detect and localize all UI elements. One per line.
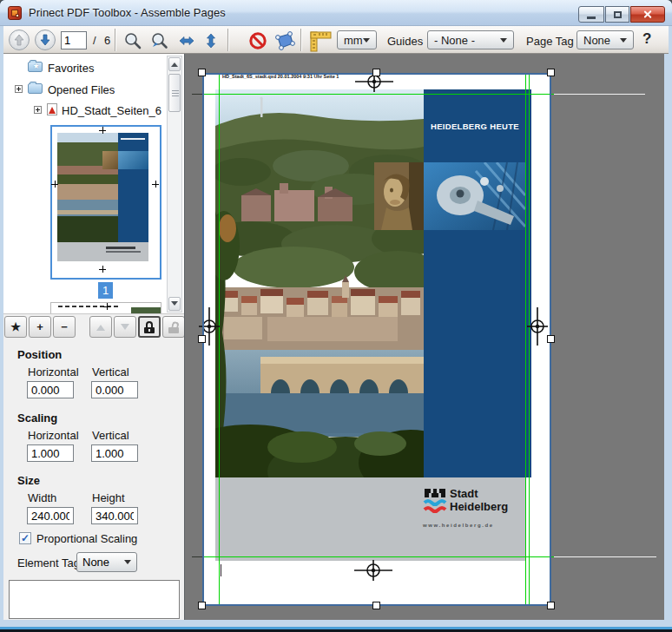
next-page-button[interactable] <box>35 30 56 50</box>
close-icon <box>643 10 653 19</box>
size-height-input[interactable] <box>91 507 138 524</box>
window-title: Prinect PDF Toolbox - Assemble Pages <box>29 6 226 19</box>
scroll-down-button[interactable] <box>168 297 181 311</box>
arrow-down-icon <box>40 34 50 46</box>
lock-open-icon <box>168 321 179 333</box>
page-tag-value: None <box>583 34 610 47</box>
selection-handle-top-right[interactable] <box>547 69 555 76</box>
page-tag-dropdown[interactable]: None <box>576 30 634 49</box>
toolbar-separator <box>227 29 228 51</box>
expand-icon[interactable] <box>34 106 42 114</box>
selection-handle-bottom-right[interactable] <box>547 602 555 609</box>
selection-rectangle[interactable] <box>202 73 551 606</box>
tree-item-opened-files[interactable]: Opened Files <box>48 83 115 96</box>
unlock-button[interactable] <box>162 316 185 338</box>
size-section-label: Size <box>17 474 40 487</box>
page-tag-label: Page Tag <box>526 35 574 48</box>
element-tag-dropdown[interactable]: None <box>76 552 137 572</box>
registration-mark-icon <box>99 127 106 134</box>
maximize-button[interactable] <box>605 6 629 23</box>
favorites-folder-icon: ★ <box>28 62 43 72</box>
scroll-up-button[interactable] <box>168 57 181 71</box>
close-button[interactable] <box>630 6 665 23</box>
zoom-selection-button[interactable] <box>148 30 170 52</box>
toolbar-separator <box>300 29 301 51</box>
proportional-scaling-checkbox[interactable]: ✓ <box>19 532 31 544</box>
expand-icon[interactable] <box>15 85 23 93</box>
magnifier-icon <box>123 31 142 50</box>
unit-dropdown[interactable]: mm <box>337 30 377 49</box>
maximize-icon <box>614 11 622 18</box>
thumbnail-photo <box>57 133 118 242</box>
scaling-vertical-input[interactable] <box>91 444 138 462</box>
unit-value: mm <box>344 34 363 47</box>
zoom-in-button[interactable] <box>122 30 144 52</box>
horizontal-label: Horizontal <box>28 365 79 379</box>
chevron-down-icon <box>620 38 627 46</box>
fit-height-button[interactable] <box>200 30 222 52</box>
selection-handle-bottom-center[interactable] <box>372 602 380 609</box>
favorite-button[interactable]: ★ <box>4 316 27 338</box>
file-tree: ★ Favorites Opened Files HD_Stadt_Seiten… <box>3 54 184 314</box>
folder-icon <box>28 83 43 94</box>
comment-textarea[interactable] <box>9 580 180 619</box>
selection-handle-middle-right[interactable] <box>547 335 555 343</box>
prohibition-icon <box>248 31 267 50</box>
checkmark-icon: ✓ <box>21 534 30 543</box>
width-label: Width <box>28 491 56 504</box>
page-thumbnail-2[interactable] <box>50 302 161 314</box>
page-separator: / <box>93 34 96 47</box>
tree-scrollbar[interactable] <box>167 56 182 313</box>
measure-tool-button[interactable] <box>309 30 332 52</box>
chevron-down-icon <box>363 38 370 46</box>
lock-closed-icon <box>144 321 155 333</box>
toolbar-separator <box>115 29 115 51</box>
selection-handle-top-left[interactable] <box>198 69 206 76</box>
selection-handle-bottom-left[interactable] <box>198 602 206 609</box>
app-icon <box>8 6 22 20</box>
remove-button[interactable]: − <box>53 316 76 338</box>
guides-dropdown[interactable]: - None - <box>427 30 514 49</box>
page-number-input[interactable] <box>61 31 87 49</box>
fit-width-button[interactable] <box>175 30 198 52</box>
scrollbar-thumb[interactable] <box>168 74 181 112</box>
arrow-up-icon <box>14 34 24 46</box>
page-thumbnail-1[interactable] <box>50 125 161 280</box>
tree-item-file[interactable]: HD_Stadt_Seiten_6 <box>62 104 161 117</box>
magnifier-arrow-icon <box>149 31 168 50</box>
minimize-button[interactable] <box>578 6 604 23</box>
position-vertical-input[interactable] <box>91 381 138 398</box>
add-button[interactable]: + <box>29 316 51 338</box>
scaling-horizontal-input[interactable] <box>27 444 74 462</box>
selection-handle-top-center[interactable] <box>372 69 380 76</box>
move-down-button[interactable] <box>114 316 136 338</box>
pdf-file-icon <box>47 103 57 115</box>
size-width-input[interactable] <box>27 507 74 524</box>
titlebar[interactable]: Prinect PDF Toolbox - Assemble Pages <box>0 0 672 26</box>
triangle-down-icon <box>171 301 178 309</box>
position-horizontal-input[interactable] <box>27 381 74 398</box>
preview-canvas[interactable]: HD_Stadt_6S_stadt.qxd 20.01.2004 9:31 Uh… <box>184 54 664 620</box>
page-total: 6 <box>104 34 110 47</box>
transform-tool-button[interactable] <box>273 30 295 52</box>
chevron-down-icon <box>500 38 507 46</box>
previous-page-button[interactable] <box>9 30 30 50</box>
triangle-down-icon <box>121 324 129 334</box>
chevron-down-icon <box>124 560 131 568</box>
help-button[interactable]: ? <box>642 30 651 48</box>
window-controls <box>578 6 665 23</box>
registration-mark-icon <box>152 181 159 188</box>
sidebar: ★ Favorites Opened Files HD_Stadt_Seiten… <box>3 54 184 620</box>
vertical-label: Vertical <box>92 365 129 379</box>
position-section-label: Position <box>17 348 62 361</box>
tree-item-favorites[interactable]: Favorites <box>48 62 94 75</box>
app-window: Prinect PDF Toolbox - Assemble Pages / 6 <box>0 0 672 632</box>
ruler-icon <box>309 30 332 52</box>
lock-button[interactable] <box>138 316 161 338</box>
move-up-button[interactable] <box>89 316 112 338</box>
vertical-label: Vertical <box>92 429 129 442</box>
element-tag-label: Element Tag <box>17 556 80 569</box>
minimize-icon <box>587 16 596 19</box>
selection-handle-middle-left[interactable] <box>198 335 206 343</box>
prohibition-tool-button[interactable] <box>247 30 269 52</box>
